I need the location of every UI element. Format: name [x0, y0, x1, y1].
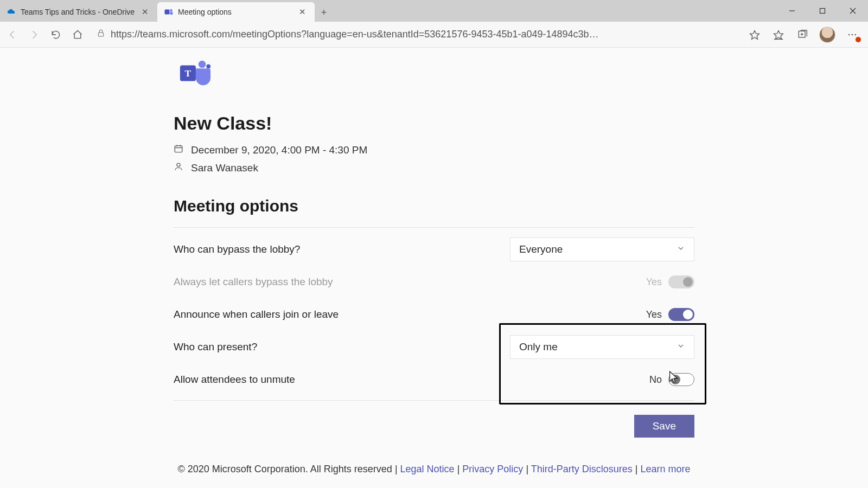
svg-point-19: [199, 61, 206, 68]
divider: [174, 227, 694, 228]
meeting-datetime-row: December 9, 2020, 4:00 PM - 4:30 PM: [174, 144, 694, 156]
lock-icon: [97, 29, 105, 40]
svg-rect-4: [820, 9, 825, 14]
teams-icon: [164, 7, 174, 17]
option-label: Allow attendees to unmute: [174, 374, 295, 386]
svg-point-27: [177, 163, 180, 166]
meeting-datetime: December 9, 2020, 4:00 PM - 4:30 PM: [191, 144, 367, 156]
close-icon[interactable]: ✕: [139, 7, 151, 17]
refresh-button[interactable]: [49, 28, 63, 42]
svg-rect-23: [175, 146, 182, 152]
svg-point-18: [855, 34, 857, 35]
tab-title: Meeting options: [178, 8, 292, 16]
section-heading: Meeting options: [174, 197, 694, 215]
third-party-link[interactable]: Third-Party Disclosures: [531, 464, 633, 474]
always-bypass-toggle: [668, 275, 694, 288]
tab-title: Teams Tips and Tricks - OneDrive: [21, 8, 135, 16]
who-can-present-dropdown[interactable]: Only me: [510, 335, 694, 359]
svg-point-20: [206, 65, 210, 69]
meeting-title: New Class!: [174, 113, 694, 134]
option-label: Who can present?: [174, 341, 257, 353]
close-window-button[interactable]: [838, 0, 868, 22]
calendar-icon: [174, 144, 183, 156]
option-label: Who can bypass the lobby?: [174, 243, 300, 255]
copyright-text: © 2020 Microsoft Corporation. All Rights…: [177, 464, 392, 474]
chevron-down-icon: [676, 243, 685, 255]
person-icon: [174, 162, 183, 174]
svg-rect-7: [98, 33, 103, 36]
meeting-organizer: Sara Wanasek: [191, 162, 258, 174]
allow-unmute-toggle[interactable]: [668, 373, 694, 386]
toggle-value: No: [649, 374, 662, 386]
onedrive-icon: [7, 7, 16, 17]
divider: [174, 400, 694, 401]
learn-more-link[interactable]: Learn more: [641, 464, 691, 474]
star-outline-icon[interactable]: [748, 28, 762, 42]
back-button[interactable]: [5, 28, 20, 42]
teams-logo: T: [178, 57, 694, 91]
menu-button[interactable]: [845, 28, 859, 42]
svg-rect-2: [170, 11, 173, 15]
home-button[interactable]: [71, 28, 85, 42]
address-bar[interactable]: https://teams.microsoft.com/meetingOptio…: [92, 25, 740, 44]
dropdown-value: Only me: [519, 341, 558, 353]
svg-point-17: [852, 34, 853, 35]
svg-rect-0: [165, 10, 170, 15]
tab-strip: Teams Tips and Tricks - OneDrive ✕ Meeti…: [0, 0, 868, 22]
privacy-policy-link[interactable]: Privacy Policy: [462, 464, 523, 474]
svg-marker-9: [774, 30, 783, 39]
svg-point-16: [848, 34, 850, 35]
close-icon[interactable]: ✕: [297, 7, 308, 17]
option-bypass-lobby: Who can bypass the lobby? Everyone: [174, 233, 694, 266]
window-controls: [777, 0, 868, 22]
option-label: Announce when callers join or leave: [174, 309, 339, 320]
svg-marker-8: [750, 30, 760, 39]
meeting-organizer-row: Sara Wanasek: [174, 162, 694, 174]
option-who-can-present: Who can present? Only me: [174, 331, 694, 363]
minimize-button[interactable]: [777, 0, 807, 22]
announce-toggle[interactable]: [668, 308, 694, 321]
maximize-button[interactable]: [807, 0, 838, 22]
legal-notice-link[interactable]: Legal Notice: [400, 464, 455, 474]
tab-meeting-options[interactable]: Meeting options ✕: [157, 2, 315, 22]
option-always-bypass: Always let callers bypass the lobby Yes: [174, 266, 694, 298]
chevron-down-icon: [676, 341, 685, 353]
profile-avatar[interactable]: [819, 27, 835, 43]
tab-onedrive[interactable]: Teams Tips and Tricks - OneDrive ✕: [0, 2, 157, 22]
toggle-value: Yes: [646, 309, 662, 320]
collections-icon[interactable]: [795, 28, 809, 42]
footer: © 2020 Microsoft Corporation. All Rights…: [174, 464, 694, 475]
url-text: https://teams.microsoft.com/meetingOptio…: [111, 29, 599, 40]
option-label: Always let callers bypass the lobby: [174, 276, 333, 288]
svg-text:T: T: [185, 68, 192, 79]
svg-point-1: [170, 9, 173, 12]
toggle-value: Yes: [646, 277, 662, 288]
forward-button[interactable]: [27, 28, 41, 42]
new-tab-button[interactable]: +: [315, 3, 333, 22]
option-allow-unmute: Allow attendees to unmute No: [174, 363, 694, 396]
bypass-lobby-dropdown[interactable]: Everyone: [510, 237, 694, 261]
address-bar-row: https://teams.microsoft.com/meetingOptio…: [0, 22, 868, 48]
dropdown-value: Everyone: [519, 243, 563, 255]
favorites-icon[interactable]: [771, 28, 786, 42]
page-body: T New Class! December 9, 2020, 4:00 PM -…: [0, 48, 868, 488]
option-announce: Announce when callers join or leave Yes: [174, 298, 694, 331]
save-button[interactable]: Save: [634, 415, 694, 438]
